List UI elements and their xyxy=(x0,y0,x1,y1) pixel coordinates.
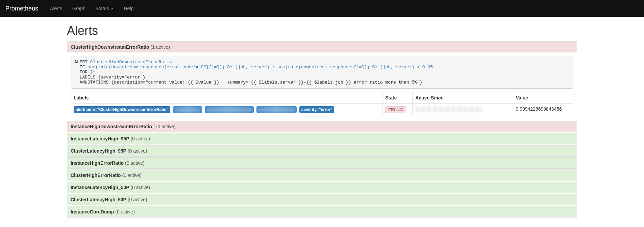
alert-group-expanded: ClusterHighDownstreamErrorRatio (1 activ… xyxy=(67,41,577,120)
alert-header[interactable]: InstanceCoreDump (0 active) xyxy=(67,206,577,217)
cell-value: 0.9994228699843456 xyxy=(513,104,573,116)
alert-header[interactable]: ClusterLatencyHigh_95P (0 active) xyxy=(67,145,577,156)
alert-body: ALERT ClusterHighDownstreamErrorRatio IF… xyxy=(67,52,577,120)
cell-labels: alertname="ClusterHighDownstreamErrorRat… xyxy=(71,104,382,116)
nav-status[interactable]: Status xyxy=(91,0,119,17)
alert-name: ClusterLatencyHigh_95P xyxy=(71,148,126,154)
page-title: Alerts xyxy=(67,24,577,38)
alert-group-collapsed: ClusterHighErrorRatio (0 active) xyxy=(67,169,577,181)
alert-name: InstanceLatencyHigh_95P xyxy=(71,136,129,141)
alert-group-collapsed: InstanceCoreDump (0 active) xyxy=(67,206,577,218)
alert-name: InstanceHighErrorRatio xyxy=(71,160,124,166)
cell-state: FIRING xyxy=(382,104,412,116)
alert-name: InstanceLatencyHigh_50P xyxy=(71,185,129,190)
alert-header[interactable]: ClusterHighErrorRatio (0 active) xyxy=(67,170,577,181)
alert-group-collapsed: InstanceLatencyHigh_50P (0 active) xyxy=(67,182,577,193)
chevron-down-icon xyxy=(111,8,114,9)
th-state: State xyxy=(382,92,412,104)
alert-header[interactable]: InstanceHighDownstreamErrorRatio (70 act… xyxy=(67,121,577,132)
th-labels: Labels xyxy=(71,92,382,104)
label-chip-severity[interactable]: severity="error" xyxy=(299,106,335,113)
nav-alerts[interactable]: Alerts xyxy=(45,0,67,17)
th-value: Value xyxy=(513,92,573,104)
alert-active-count: (0 active) xyxy=(114,209,134,214)
alert-instances-table: Labels State Active Since Value alertnam… xyxy=(71,92,573,116)
alert-name: InstanceCoreDump xyxy=(71,209,114,214)
cell-active-since xyxy=(413,104,513,116)
alert-active-count: (70 active) xyxy=(152,124,175,129)
state-badge: FIRING xyxy=(385,106,406,113)
label-chip-redacted[interactable]: xxxxxxxxxxxxxxxxxxxx xyxy=(205,106,254,113)
navbar: Prometheus Alerts Graph Status Help xyxy=(0,0,644,17)
alert-name: ClusterHighErrorRatio xyxy=(71,173,121,178)
label-chip-redacted[interactable]: xxxxxxxxxxx xyxy=(173,106,202,113)
alert-active-count: (1 active) xyxy=(150,44,170,50)
nav-graph[interactable]: Graph xyxy=(67,0,91,17)
alert-header[interactable]: ClusterLatencyHigh_50P (0 active) xyxy=(67,194,577,205)
alert-header[interactable]: ClusterHighDownstreamErrorRatio (1 activ… xyxy=(67,42,577,52)
brand[interactable]: Prometheus xyxy=(5,0,38,17)
alert-header[interactable]: InstanceLatencyHigh_95P (0 active) xyxy=(67,133,577,144)
alert-rule: ALERT ClusterHighDownstreamErrorRatio IF… xyxy=(71,56,573,89)
alert-group-collapsed: InstanceHighDownstreamErrorRatio (70 act… xyxy=(67,121,577,132)
table-row: alertname="ClusterHighDownstreamErrorRat… xyxy=(71,104,573,116)
alert-name: ClusterLatencyHigh_50P xyxy=(71,197,126,202)
alert-active-count: (0 active) xyxy=(129,185,150,190)
label-chip-alertname[interactable]: alertname="ClusterHighDownstreamErrorRat… xyxy=(74,106,170,113)
alert-active-count: (0 active) xyxy=(121,173,142,178)
alert-header[interactable]: InstanceHighErrorRatio (0 active) xyxy=(67,158,577,168)
label-chip-redacted[interactable]: xxxxxxxxxxxxxxxx xyxy=(256,106,297,113)
th-active-since: Active Since xyxy=(413,92,513,104)
alert-name: InstanceHighDownstreamErrorRatio xyxy=(71,124,152,129)
nav-help[interactable]: Help xyxy=(119,0,139,17)
nav-status-label: Status xyxy=(96,6,109,11)
alert-group-collapsed: ClusterLatencyHigh_50P (0 active) xyxy=(67,194,577,205)
alert-active-count: (0 active) xyxy=(124,160,144,166)
alert-active-count: (0 active) xyxy=(129,136,150,141)
alert-group-collapsed: InstanceLatencyHigh_95P (0 active) xyxy=(67,133,577,144)
alert-group-collapsed: InstanceHighErrorRatio (0 active) xyxy=(67,157,577,169)
alert-name: ClusterHighDownstreamErrorRatio xyxy=(71,44,149,50)
alert-active-count: (0 active) xyxy=(126,148,147,154)
alert-active-count: (0 active) xyxy=(126,197,147,202)
active-since-redacted xyxy=(415,106,483,112)
alert-header[interactable]: InstanceLatencyHigh_50P (0 active) xyxy=(67,182,577,193)
alert-group-collapsed: ClusterLatencyHigh_95P (0 active) xyxy=(67,145,577,157)
